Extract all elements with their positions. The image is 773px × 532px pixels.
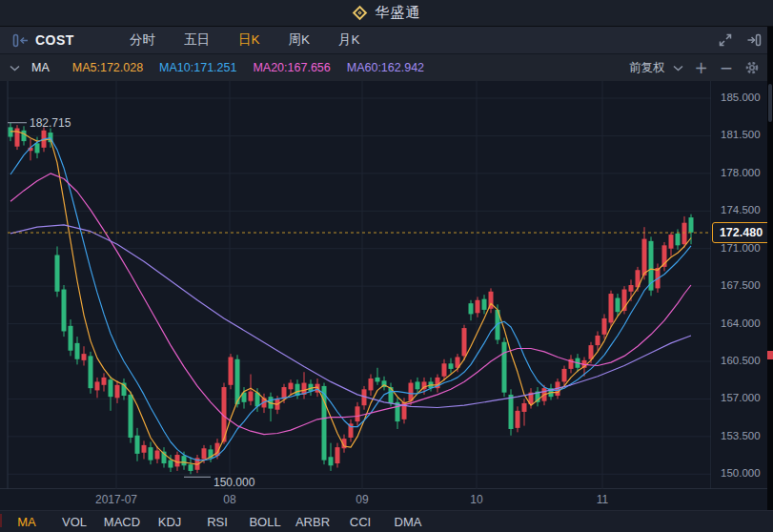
current-price-tag: 172.480: [712, 222, 770, 243]
chevron-down-icon[interactable]: [673, 65, 683, 72]
period-tab-1[interactable]: 五日: [184, 31, 210, 49]
candle-body: [149, 447, 153, 460]
candle-body: [376, 378, 380, 382]
collapse-panel-icon[interactable]: [12, 32, 31, 48]
candle-body: [202, 448, 207, 459]
app-title: 华盛通: [376, 4, 421, 22]
candle-body: [102, 378, 107, 385]
indicator-tab-dma[interactable]: DMA: [384, 515, 432, 529]
fullscreen-icon[interactable]: [718, 32, 733, 48]
symbol-title: COST: [35, 32, 74, 48]
right-scrollbar[interactable]: [767, 27, 773, 510]
candle-body: [155, 451, 160, 460]
indicator-tab-macd[interactable]: MACD: [98, 515, 146, 529]
indicator-tab-boll[interactable]: BOLL: [241, 515, 289, 529]
candle-body: [369, 379, 374, 390]
chevron-down-icon[interactable]: [10, 65, 20, 72]
candle-body: [442, 363, 447, 377]
candle-body: [416, 381, 420, 389]
y-axis-label: 178.000: [721, 167, 761, 178]
indicator-tab-vol[interactable]: VOL: [51, 515, 98, 529]
toolbar-right: [718, 32, 762, 48]
candle-body: [476, 300, 480, 314]
ma-value-2: MA20:167.656: [253, 61, 330, 74]
candle-body: [235, 359, 240, 404]
candle-body: [522, 403, 527, 412]
left-edge-marker: [0, 514, 2, 527]
zoom-out-button[interactable]: −: [720, 60, 733, 76]
chart-toolbar: COST 分时五日日K周K月K: [0, 27, 773, 54]
scrollbar-thumb[interactable]: [768, 84, 772, 122]
period-tab-3[interactable]: 周K: [288, 31, 310, 49]
y-axis-label: 157.000: [721, 392, 761, 403]
candle-body: [89, 356, 93, 388]
settings-gear-icon[interactable]: [744, 60, 760, 75]
candle-body: [62, 290, 67, 332]
candle-body: [682, 223, 687, 245]
candle-body: [336, 447, 340, 463]
zoom-in-button[interactable]: +: [695, 60, 708, 76]
candlestick-chart[interactable]: 182.715150.000 185.000181.500178.000174.…: [0, 81, 773, 489]
candle-body: [562, 369, 567, 382]
period-tab-2[interactable]: 日K: [238, 31, 260, 49]
app-header: 华盛通: [0, 0, 773, 27]
ma-value-1: MA10:171.251: [159, 61, 236, 74]
indicator-tab-arbr[interactable]: ARBR: [289, 515, 336, 529]
y-axis-label: 167.500: [721, 279, 761, 291]
candle-body: [189, 464, 193, 471]
indicator-tab-kdj[interactable]: KDJ: [146, 515, 193, 529]
candle-body: [229, 358, 234, 385]
candle-body: [182, 456, 187, 465]
period-tab-4[interactable]: 月K: [338, 31, 360, 49]
candle-body: [516, 411, 520, 428]
y-axis-label: 181.500: [721, 129, 761, 140]
high-marker-label: 182.715: [30, 116, 71, 130]
indicator-name[interactable]: MA: [31, 61, 50, 74]
x-axis-label: 11: [597, 493, 608, 506]
candle-body: [689, 217, 694, 233]
candle-body: [289, 383, 294, 390]
grid: [8, 81, 711, 489]
candle-body: [129, 395, 133, 438]
candle-body: [169, 460, 173, 468]
candle-body: [95, 381, 100, 390]
dock-panel-icon[interactable]: [746, 32, 762, 48]
candle-body: [669, 235, 674, 249]
indicator-tab-ma[interactable]: MA: [3, 515, 51, 529]
candle-body: [69, 326, 73, 351]
candle-body: [596, 336, 600, 345]
candle-body: [449, 363, 454, 369]
candle-body: [629, 285, 634, 292]
brand: 华盛通: [353, 4, 421, 22]
y-axis-label: 160.500: [721, 355, 761, 366]
x-axis-label: 10: [470, 493, 482, 506]
ma-values: MA5:172.028MA10:171.251MA20:167.656MA60:…: [72, 61, 424, 74]
candle-body: [55, 255, 60, 291]
ma-value-0: MA5:172.028: [72, 61, 143, 74]
candle-body: [75, 343, 80, 359]
y-axis-label: 174.500: [721, 204, 761, 215]
adjust-mode-button[interactable]: 前复权: [629, 60, 665, 76]
x-axis: 2017-0708091011: [0, 489, 773, 510]
indicator-tab-rsi[interactable]: RSI: [193, 515, 241, 529]
candle-body: [35, 143, 40, 153]
candle-body: [22, 131, 27, 141]
indicator-bar: MA MA5:172.028MA10:171.251MA20:167.656MA…: [0, 54, 773, 81]
candle-body: [462, 328, 467, 356]
candle-body: [329, 457, 334, 465]
app-logo-icon: [353, 6, 368, 21]
candle-body: [502, 342, 507, 393]
period-tab-0[interactable]: 分时: [130, 31, 155, 49]
low-marker-label: 150.000: [214, 476, 255, 489]
candle-body: [82, 354, 87, 360]
chart-canvas: 182.715150.000: [0, 81, 711, 489]
price-position-marker: [767, 351, 773, 359]
y-axis-label: 185.000: [721, 92, 761, 103]
candle-body: [175, 455, 180, 466]
trading-app-window: 华盛通 COST 分时五日日K周K月K: [0, 0, 773, 532]
y-axis: 185.000181.500178.000174.500171.000167.5…: [711, 81, 768, 489]
ma10-line: [10, 138, 691, 460]
indicator-tab-cci[interactable]: CCI: [336, 515, 384, 529]
candles: [9, 123, 694, 475]
candle-body: [135, 436, 140, 454]
